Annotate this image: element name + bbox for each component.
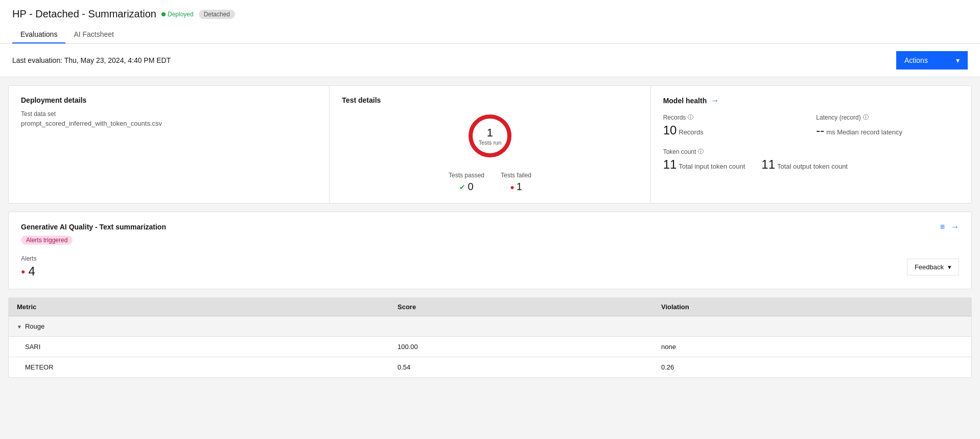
eval-bar: Last evaluation: Thu, May 23, 2024, 4:40… [0,44,980,77]
alerts-label: Alerts [21,255,37,262]
test-details-card: Test details 1 Tests run Tests passed ✔ … [330,86,650,203]
latency-unit: ms Median record latency [826,128,902,136]
fail-icon: ● [510,183,514,191]
test-details-title: Test details [342,96,638,104]
chevron-icon: ▼ [17,324,22,330]
tab-evaluations[interactable]: Evaluations [12,26,65,43]
model-health-grid: Records ⓘ 10 Records Latency (record) ⓘ … [663,113,959,172]
input-token-label: Total input token count [679,163,745,170]
records-section: Records ⓘ 10 Records [663,113,806,137]
page-header: HP - Detached - Summarization Deployed D… [0,0,980,44]
title-row: HP - Detached - Summarization Deployed D… [12,8,968,20]
feedback-chevron-icon: ▾ [948,263,951,271]
donut-container: 1 Tests run Tests passed ✔ 0 Tests faile… [342,110,638,193]
model-health-card: Model health → Records ⓘ 10 Records Late… [651,86,971,203]
records-info-icon: ⓘ [688,113,693,121]
chevron-down-icon: ▾ [956,56,960,64]
alerts-triggered-badge: Alerts triggered [21,236,73,245]
output-token-label: Total output token count [777,163,848,170]
test-data-set-value: prompt_scored_inferred_with_token_counts… [21,120,317,127]
metric-cell: METEOR [9,357,389,378]
last-eval-text: Last evaluation: Thu, May 23, 2024, 4:40… [12,56,171,64]
table-row: SARI 100.00 none [9,337,971,357]
tests-failed-value: ● 1 [510,181,522,193]
violation-cell: none [653,337,971,357]
latency-label: Latency (record) ⓘ [816,113,959,121]
tests-passed-label: Tests passed [449,172,484,179]
score-cell: 100.00 [389,337,653,357]
latency-section: Latency (record) ⓘ -- ms Median record l… [816,113,959,137]
table-group-row: ▼Rouge [9,316,971,337]
test-data-set-label: Test data set [21,110,317,118]
cards-row: Deployment details Test data set prompt_… [8,85,972,203]
latency-info-icon: ⓘ [863,113,869,121]
metric-column-header: Metric [9,298,389,316]
tests-run-count: 1 [479,126,502,140]
deployed-dot [161,12,166,16]
page-title: HP - Detached - Summarization [12,8,156,20]
detached-badge: Detached [199,10,235,19]
metric-cell: SARI [9,337,389,357]
tests-run-label: Tests run [479,140,502,146]
token-count-section: Token count ⓘ 11 Total input token count… [663,148,959,172]
output-token-section: 11 Total output token count [761,157,848,172]
violation-column-header: Violation [653,298,971,316]
deployment-details-card: Deployment details Test data set prompt_… [9,86,330,203]
score-column-header: Score [389,298,653,316]
quality-arrow-icon[interactable]: → [951,222,959,232]
pass-icon: ✔ [459,183,465,191]
table-header-row: Metric Score Violation [9,298,971,316]
tests-failed-item: Tests failed ● 1 [501,172,531,193]
input-token-count: 11 [663,157,677,171]
alerts-row: Alerts ● 4 Feedback ▾ [21,255,959,279]
test-results: Tests passed ✔ 0 Tests failed ● 1 [449,172,531,193]
quality-title: Generative AI Quality - Text summarizati… [21,223,166,231]
input-token-section: 11 Total input token count [663,157,745,172]
violation-cell: 0.26 [653,357,971,378]
donut-label: 1 Tests run [479,126,502,146]
records-value-row: 10 Records [663,123,806,137]
quality-section: Generative AI Quality - Text summarizati… [8,212,972,289]
tabs: Evaluations AI Factsheet [12,26,968,43]
score-cell: 0.54 [389,357,653,378]
deployed-badge: Deployed [161,11,194,18]
actions-button[interactable]: Actions ▾ [896,51,968,70]
records-count: 10 [663,123,677,137]
group-name: ▼Rouge [9,316,971,337]
tests-passed-value: ✔ 0 [459,181,473,193]
alerts-count: 4 [28,264,35,279]
feedback-button[interactable]: Feedback ▾ [907,259,959,275]
alerts-value: ● 4 [21,264,37,279]
token-counts-row: 11 Total input token count 11 Total outp… [663,157,959,172]
metrics-table-container: Metric Score Violation ▼Rouge SARI 100.0… [8,297,972,378]
table-row: METEOR 0.54 0.26 [9,357,971,378]
alerts-fail-icon: ● [21,267,25,275]
model-health-arrow-icon[interactable]: → [711,96,719,105]
latency-value-row: -- ms Median record latency [816,123,959,137]
deployment-details-title: Deployment details [21,96,317,104]
filter-icon[interactable]: ≡ [940,222,945,232]
alerts-section: Alerts ● 4 [21,255,37,279]
records-label: Records ⓘ [663,113,806,121]
model-health-title: Model health → [663,96,959,105]
tab-ai-factsheet[interactable]: AI Factsheet [65,26,122,43]
records-unit: Records [679,128,703,136]
quality-header: Generative AI Quality - Text summarizati… [21,222,959,232]
output-token-count: 11 [761,157,775,171]
token-count-label: Token count ⓘ [663,148,959,155]
token-count-info-icon: ⓘ [698,148,704,155]
quality-icons: ≡ → [940,222,959,232]
tests-run-donut: 1 Tests run [464,110,516,161]
tests-failed-label: Tests failed [501,172,531,179]
latency-value: -- [816,123,824,137]
metrics-table: Metric Score Violation ▼Rouge SARI 100.0… [9,298,971,377]
tests-passed-item: Tests passed ✔ 0 [449,172,484,193]
